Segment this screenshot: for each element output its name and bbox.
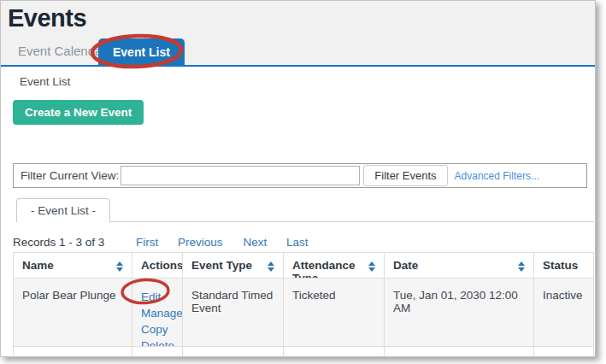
manage-link[interactable]: Manage — [141, 305, 177, 321]
column-header-status: Status — [533, 253, 594, 278]
page-title: Events — [8, 4, 86, 32]
column-header-attendance-type: Attendance Type — [283, 253, 384, 278]
column-header-actions: Actions — [132, 253, 182, 278]
date-cell: Tue, Jan 01, 2030 12:00 AM — [384, 279, 533, 346]
section-label: Event List — [20, 75, 70, 88]
delete-link[interactable]: Delete — [141, 338, 177, 346]
attendance-type-cell: Ticketed — [283, 279, 384, 346]
pagination-first-link[interactable]: First — [136, 236, 158, 249]
sort-icon[interactable] — [518, 261, 525, 272]
pagination-last-link[interactable]: Last — [286, 236, 309, 249]
pagination-previous-link[interactable]: Previous — [178, 236, 223, 249]
tab-event-calendar[interactable]: Event Calendar — [18, 44, 106, 58]
filter-bar: Filter Current View: Filter Events Advan… — [13, 163, 587, 188]
events-page: Events Event Calendar Event List Event L… — [0, 0, 596, 357]
events-table: Name Actions Event Type Attendance Type … — [13, 252, 594, 357]
column-header-date: Date — [384, 253, 533, 278]
column-header-event-type: Event Type — [182, 253, 283, 278]
actions-cell: Edit Manage Copy Delete — [132, 279, 182, 346]
filter-input[interactable] — [121, 166, 360, 185]
status-cell: Inactive — [533, 279, 594, 346]
event-name-cell: Polar Bear Plunge — [13, 279, 132, 346]
edit-link[interactable]: Edit — [141, 289, 177, 305]
column-header-name: Name — [13, 253, 132, 278]
sort-icon[interactable] — [268, 261, 274, 272]
records-summary: Records 1 - 3 of 3 — [13, 236, 104, 249]
sort-icon[interactable] — [116, 261, 123, 272]
advanced-filters-link[interactable]: Advanced Filters... — [455, 170, 539, 182]
table-header-row: Name Actions Event Type Attendance Type … — [13, 252, 594, 279]
copy-link[interactable]: Copy — [141, 321, 177, 338]
table-row — [13, 347, 594, 357]
create-new-event-button[interactable]: Create a New Event — [13, 100, 144, 125]
event-type-cell: Standard Timed Event — [182, 279, 283, 346]
sort-icon[interactable] — [368, 261, 375, 272]
event-list-pane-tab[interactable]: - Event List - — [16, 198, 110, 222]
tab-event-list[interactable]: Event List — [98, 38, 185, 65]
records-pagination: Records 1 - 3 of 3 First Previous Next L… — [13, 236, 308, 249]
filter-events-button[interactable]: Filter Events — [363, 165, 447, 186]
pagination-next-link[interactable]: Next — [243, 236, 267, 249]
table-row: Polar Bear Plunge Edit Manage Copy Delet… — [13, 279, 594, 347]
filter-label: Filter Current View: — [21, 169, 119, 182]
page-header: Events Event Calendar Event List — [1, 1, 595, 67]
